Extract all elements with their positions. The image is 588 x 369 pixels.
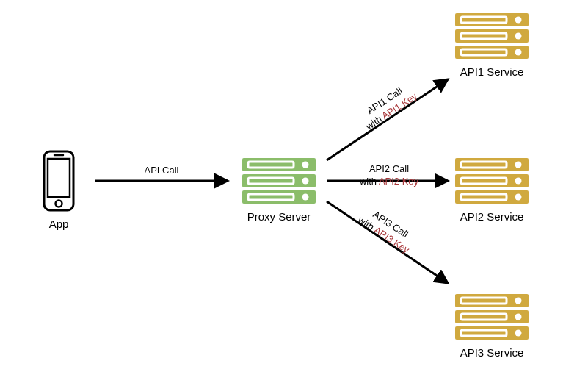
edge-text-line1: API2 Call	[369, 163, 409, 174]
edge-text-line2-prefix: with	[360, 176, 379, 187]
edge-label-app-proxy: API Call	[132, 165, 191, 177]
edge-label-proxy-api2: API2 Call with API2 Key	[345, 163, 433, 188]
edge-text-line2-key: API2 Key	[379, 176, 418, 187]
edge-text: API Call	[145, 165, 179, 176]
diagram-canvas: App Proxy Server	[0, 0, 588, 369]
arrows-layer	[0, 0, 588, 369]
